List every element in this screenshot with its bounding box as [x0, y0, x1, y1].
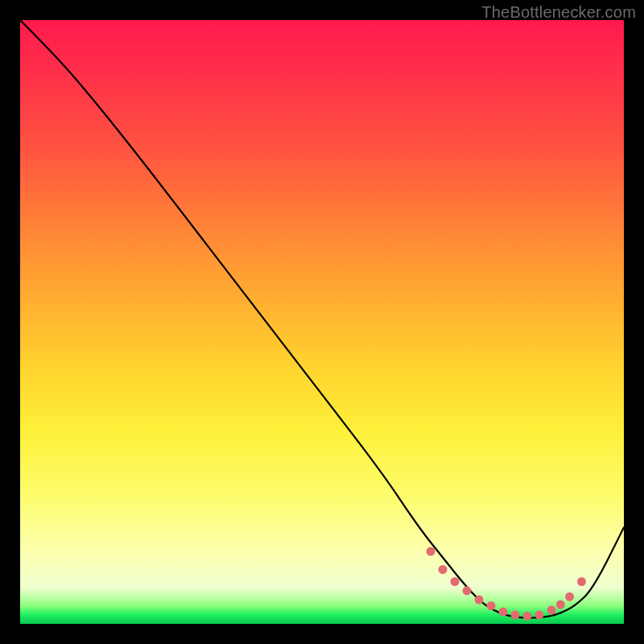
- sweet-spot-point: [511, 610, 520, 619]
- plot-area: [20, 20, 624, 624]
- sweet-spot-point: [487, 601, 496, 610]
- attribution-text: TheBottlenecker.com: [481, 3, 636, 22]
- sweet-spot-point: [463, 586, 472, 595]
- sweet-spot-point: [439, 565, 448, 574]
- sweet-spot-point: [547, 605, 556, 614]
- sweet-spot-point: [556, 601, 565, 609]
- sweet-spot-point: [475, 596, 484, 605]
- sweet-spot-point: [577, 577, 586, 586]
- chart-stage: TheBottlenecker.com: [0, 0, 644, 644]
- curve-layer: [20, 20, 624, 624]
- sweet-spot-point: [499, 608, 508, 617]
- sweet-spot-point: [535, 610, 544, 619]
- sweet-spot-point: [565, 592, 574, 601]
- bottleneck-curve: [20, 20, 624, 618]
- sweet-spot-point: [451, 577, 460, 586]
- sweet-spot-point: [427, 547, 436, 556]
- sweet-spot-point: [523, 612, 532, 621]
- sweet-spot-markers: [427, 547, 587, 621]
